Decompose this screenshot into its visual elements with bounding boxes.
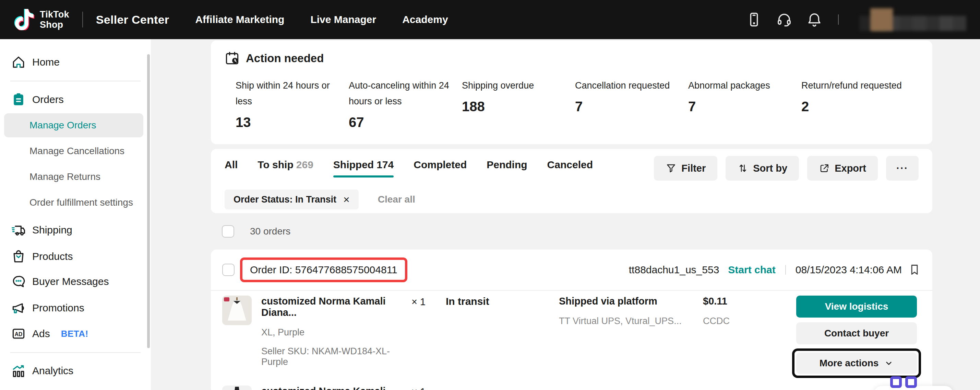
stat-return-refund-requested[interactable]: Return/refund requested 2 <box>801 78 915 130</box>
stat-shipping-overdue[interactable]: Shipping overdue 188 <box>462 78 575 130</box>
sidebar-item-products[interactable]: Products <box>0 245 146 269</box>
select-all-checkbox[interactable] <box>222 225 234 238</box>
sidebar-divider <box>10 352 141 353</box>
tab-canceled[interactable]: Canceled <box>547 159 593 171</box>
svg-text:AD: AD <box>15 331 22 337</box>
tab-to-ship[interactable]: To ship269 <box>258 159 313 171</box>
buyer-username[interactable]: tt88dachu1_us_553 <box>629 264 719 276</box>
tab-pending[interactable]: Pending <box>487 159 527 171</box>
sidebar-item-shipping[interactable]: Shipping <box>0 218 146 242</box>
product-title[interactable]: customized Norma Kamali Diana... <box>261 385 412 390</box>
stat-abnormal-packages[interactable]: Abnormal packages 7 <box>688 78 801 130</box>
purple-square-icon <box>890 376 902 388</box>
product-quantity: × 1 <box>412 385 446 390</box>
sort-by-button[interactable]: Sort by <box>725 156 799 181</box>
clear-all-link[interactable]: Clear all <box>378 194 415 205</box>
filter-funnel-icon <box>665 163 676 174</box>
action-needed-stats: Ship within 24 hours or less 13 Auto-can… <box>224 78 919 130</box>
tab-completed[interactable]: Completed <box>414 159 467 171</box>
analytics-chart-icon <box>11 363 26 378</box>
stat-ship-within-24h[interactable]: Ship within 24 hours or less 13 <box>235 78 349 130</box>
order-actions: View logistics Contact buyer More action… <box>792 296 921 378</box>
order-id-annotation-box: Order ID: 576477688575004811 <box>240 257 407 282</box>
tiktok-shop-logo[interactable]: TikTok Shop <box>14 9 69 30</box>
orders-toolbar: Filter Sort by Export ··· <box>654 156 919 181</box>
chip-remove-icon[interactable]: × <box>343 193 350 206</box>
payment-method: CCDC <box>703 316 792 326</box>
notifications-bell-icon[interactable] <box>807 12 822 27</box>
sidebar-item-manage-cancellations[interactable]: Manage Cancellations <box>4 139 143 163</box>
action-needed-card: Action needed Ship within 24 hours or le… <box>211 40 932 144</box>
beta-badge: BETA! <box>61 329 89 339</box>
sidebar-item-order-fulfillment-settings[interactable]: Order fulfillment settings <box>4 190 143 214</box>
sidebar-divider <box>10 81 141 82</box>
product-sku: Seller SKU: NKAM-WD184-XL-Purple <box>261 346 412 368</box>
order-price: $0.11 <box>703 296 792 307</box>
nav-academy[interactable]: Academy <box>402 14 448 26</box>
orders-count-label: 30 orders <box>250 226 290 237</box>
filter-chip-order-status[interactable]: Order Status: In Transit × <box>224 190 359 209</box>
view-logistics-button[interactable]: View logistics <box>796 296 917 318</box>
stat-auto-canceling[interactable]: Auto-canceling within 24 hours or less 6… <box>349 78 462 130</box>
product-row: customized Norma Kamali Diana... XL, Pur… <box>222 296 921 378</box>
shipping-method: Shipped via platform <box>559 296 703 307</box>
sidebar-item-promotions[interactable]: Promotions <box>0 296 146 320</box>
sidebar-item-ads[interactable]: AD Ads BETA! <box>0 322 146 346</box>
nav-live-manager[interactable]: Live Manager <box>310 14 376 26</box>
product-image-white-dress[interactable] <box>222 296 252 325</box>
shipping-truck-icon <box>11 222 26 238</box>
tab-shipped[interactable]: Shipped174 <box>333 159 394 177</box>
chevron-down-icon <box>884 358 894 368</box>
shipping-carrier: TT Virtual UPS, Vtural_UPS... <box>559 316 703 326</box>
ads-icon: AD <box>11 326 26 341</box>
header-row-divider <box>785 265 786 275</box>
calendar-clock-icon <box>224 51 240 66</box>
product-image-black-dress[interactable] <box>222 385 252 390</box>
tiktok-note-icon <box>14 9 35 30</box>
main-content: Action needed Ship within 24 hours or le… <box>151 39 980 390</box>
page-title: Seller Center <box>96 13 169 26</box>
order-card: Order ID: 576477688575004811 tt88dachu1_… <box>211 249 932 390</box>
sidebar-item-buyer-messages[interactable]: Buyer Messages <box>0 270 146 294</box>
orders-clipboard-icon <box>11 92 26 107</box>
order-header-row: Order ID: 576477688575004811 tt88dachu1_… <box>211 249 932 290</box>
sidebar-item-orders[interactable]: Orders <box>0 88 146 112</box>
products-bag-icon <box>11 249 26 264</box>
sidebar-scrollbar[interactable] <box>147 54 150 348</box>
purple-square-icon <box>905 376 917 388</box>
more-actions-annotation-box: More actions <box>792 348 921 378</box>
support-headset-icon[interactable] <box>776 12 792 27</box>
bookmark-icon[interactable] <box>908 263 921 277</box>
contact-buyer-button[interactable]: Contact buyer <box>796 322 917 344</box>
sidebar-item-manage-orders[interactable]: Manage Orders <box>4 113 143 137</box>
action-needed-title: Action needed <box>246 52 324 65</box>
order-checkbox[interactable] <box>222 264 235 276</box>
start-chat-link[interactable]: Start chat <box>728 264 775 276</box>
product-quantity: × 1 <box>412 296 446 308</box>
header-nav: Affiliate Marketing Live Manager Academy <box>169 14 448 26</box>
mobile-app-icon[interactable] <box>746 12 762 27</box>
promotions-megaphone-icon <box>11 300 26 315</box>
order-id[interactable]: Order ID: 576477688575004811 <box>250 264 398 275</box>
more-actions-button[interactable]: More actions <box>796 353 917 374</box>
product-variant: XL, Purple <box>261 327 412 338</box>
filter-button[interactable]: Filter <box>654 156 718 181</box>
nav-affiliate-marketing[interactable]: Affiliate Marketing <box>195 14 284 26</box>
brand-wordmark: TikTok Shop <box>40 9 69 30</box>
product-title[interactable]: customized Norma Kamali Diana... <box>261 296 412 318</box>
order-date: 08/15/2023 4:14:06 AM <box>795 264 902 276</box>
order-status: In transit <box>446 296 559 307</box>
sidebar-item-manage-returns[interactable]: Manage Returns <box>4 165 143 189</box>
product-row: customized Norma Kamali Diana... L, Gree… <box>222 385 921 390</box>
account-avatar-blurred[interactable] <box>859 8 966 31</box>
header-divider <box>82 12 83 27</box>
buyer-messages-chat-icon <box>11 274 26 289</box>
tab-all[interactable]: All <box>224 159 238 171</box>
sidebar-item-analytics[interactable]: Analytics <box>0 359 146 383</box>
order-status-tabs: All To ship269 Shipped174 Completed Pend… <box>224 159 593 177</box>
sort-arrows-icon <box>737 163 748 174</box>
export-button[interactable]: Export <box>807 156 878 181</box>
more-options-button[interactable]: ··· <box>886 156 919 181</box>
sidebar-item-home[interactable]: Home <box>0 50 146 74</box>
stat-cancellation-requested[interactable]: Cancellation requested 7 <box>575 78 688 130</box>
